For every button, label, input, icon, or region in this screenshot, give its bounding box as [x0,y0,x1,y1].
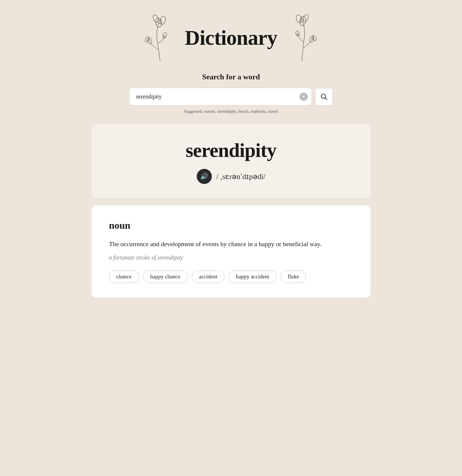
svg-point-12 [300,19,304,22]
flower-right-icon [283,12,321,64]
flower-left-icon [141,12,179,64]
svg-point-14 [312,35,317,42]
svg-line-19 [325,98,327,100]
clear-button[interactable]: × [300,93,308,101]
word-card: serendipity 🔊 / ˌsɛrənˈdɪpədi/ [92,124,370,198]
search-input[interactable] [129,88,312,105]
search-button[interactable] [315,88,333,105]
definition-card: noun The occurrence and development of e… [92,205,370,298]
svg-point-2 [152,14,160,23]
pronunciation: / ˌsɛrənˈdɪpədi/ [216,172,266,181]
search-row: × [129,88,333,105]
search-section: Search for a word × Suggested: sunset, s… [129,73,333,114]
example-text: a fortunate stroke of serendipity [109,254,353,261]
search-input-wrapper: × [129,88,312,105]
svg-point-5 [144,36,150,43]
app-title: Dictionary [185,26,277,50]
search-label: Search for a word [202,73,260,81]
svg-point-9 [299,16,306,26]
pronunciation-row: 🔊 / ˌsɛrənˈdɪpədi/ [197,169,266,184]
part-of-speech: noun [109,220,353,231]
synonyms-row: chancehappy chanceaccidenthappy accident… [109,270,353,283]
svg-point-3 [158,20,161,24]
audio-button[interactable]: 🔊 [197,169,212,184]
synonym-tag[interactable]: accident [192,270,225,283]
speaker-icon: 🔊 [200,173,208,180]
suggestions: Suggested: sunset, serendipity, beach, e… [184,109,278,114]
synonym-tag[interactable]: happy chance [143,270,188,283]
synonym-tag[interactable]: chance [109,270,139,283]
header: Dictionary [141,12,321,64]
word-title: serendipity [186,139,277,162]
search-icon [320,93,328,101]
svg-point-1 [159,15,166,25]
definition-text: The occurrence and development of events… [109,239,353,249]
synonym-tag[interactable]: fluke [280,270,306,283]
synonym-tag[interactable]: happy accident [229,270,276,283]
